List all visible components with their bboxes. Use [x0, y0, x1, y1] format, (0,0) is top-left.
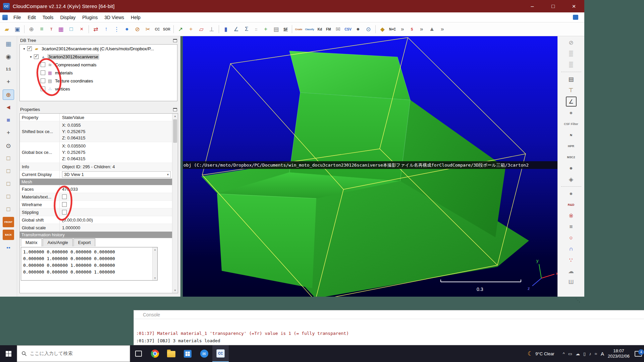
rain-cloud-icon[interactable]: ☁	[566, 266, 576, 276]
globe-icon[interactable]: ⊙	[364, 24, 373, 34]
expand-arrow-icon[interactable]: ▾	[21, 47, 27, 51]
view-right-icon[interactable]: □	[3, 191, 14, 202]
zoom-tool-icon[interactable]: ⊙	[3, 140, 14, 151]
scroll-up-icon[interactable]: ▲	[153, 247, 157, 252]
view-back-labeled-icon[interactable]: BACK	[3, 230, 14, 240]
display-combobox[interactable]: 3D View 1▾	[62, 171, 171, 178]
add-element-icon[interactable]: +	[261, 24, 271, 34]
global-shift-icon[interactable]: ⊕	[26, 24, 36, 34]
visibility-checkbox[interactable]	[41, 86, 45, 91]
clipping-box-icon[interactable]: ▱	[197, 24, 206, 34]
view-back-icon[interactable]: □	[3, 166, 14, 176]
previous-view-icon[interactable]: ◄	[3, 102, 14, 113]
zoom-fit-icon[interactable]: +	[3, 77, 14, 87]
sor-filter-icon[interactable]: SOR	[162, 24, 171, 34]
tree-row[interactable]: ≋Compressed normals	[20, 61, 177, 69]
pcv-icon[interactable]: ●	[353, 24, 363, 34]
m3c2-plugin-icon[interactable]: ▲	[427, 24, 437, 34]
ellipse-tool-icon[interactable]: ○	[566, 233, 576, 243]
menu-tools[interactable]: Tools	[39, 15, 57, 20]
canupo-classify-icon[interactable]: Classify	[304, 24, 315, 34]
mdi-restore-icon[interactable]	[573, 15, 578, 20]
histogram-icon[interactable]: ▮	[221, 24, 231, 34]
menu-3d-views[interactable]: 3D Views	[101, 15, 127, 20]
subsample-icon[interactable]: ::	[252, 24, 260, 34]
tree-label[interactable]: Texture coordinates	[54, 78, 94, 84]
visibility-checkbox[interactable]	[41, 78, 45, 83]
store-button[interactable]	[179, 345, 196, 362]
scrollbar-thumb[interactable]	[173, 119, 177, 143]
properties-scrollbar[interactable]: ▲ ▼	[172, 114, 178, 293]
tree-label[interactable]: vertices	[54, 86, 71, 92]
tree-row[interactable]: ▾▲3carton230126scaniverse	[20, 53, 177, 61]
undock-button[interactable]	[173, 39, 177, 42]
console-window[interactable]: Console :01:37] Material material_1 'tra…	[133, 310, 644, 345]
volume-icon[interactable]: ♪	[589, 351, 591, 356]
display-settings-icon[interactable]: ≡	[37, 24, 47, 34]
menu-display[interactable]: Display	[57, 15, 79, 20]
csf-filter-icon[interactable]: CSF Filter	[564, 119, 578, 129]
toolbar-overflow-icon[interactable]: »	[397, 24, 407, 34]
kd-tree-icon[interactable]: Kd	[316, 24, 324, 34]
visibility-checkbox[interactable]	[41, 70, 45, 75]
layers-icon[interactable]: ≡	[566, 222, 576, 232]
3d-viewport[interactable]: 0.3 x y z obj (C:/Users/moto/Dropbox/PC/…	[183, 36, 557, 297]
normals-conversion-icon[interactable]: N+C	[388, 24, 397, 34]
disabled-plugin-icon[interactable]: ⊘	[566, 38, 576, 47]
view-top-icon[interactable]: □	[3, 204, 14, 215]
chevron-up-icon[interactable]: ^	[563, 351, 565, 356]
scroll-up-icon[interactable]: ▲	[172, 114, 178, 119]
matrix-scrollbar[interactable]: ▲ ▼	[152, 247, 157, 280]
apply-transformation-icon[interactable]: T	[47, 24, 55, 34]
visibility-checkbox[interactable]	[34, 54, 39, 59]
visibility-checkbox[interactable]	[41, 62, 45, 67]
menu-plugins[interactable]: Plugins	[79, 15, 101, 20]
compass-icon[interactable]: ∠	[566, 97, 577, 107]
sra-sphere-icon[interactable]: ●	[566, 189, 576, 198]
poisson-recon-icon[interactable]: ◈	[566, 175, 576, 184]
tree-label[interactable]: materials	[54, 70, 74, 76]
facet-extraction-icon[interactable]: ※	[566, 211, 576, 221]
view-front-labeled-icon[interactable]: FRONT	[3, 217, 14, 227]
fast-marching-icon[interactable]: FM	[324, 24, 332, 34]
minimize-button[interactable]: –	[522, 0, 543, 12]
tree-row[interactable]: ▦materials	[20, 69, 177, 77]
save-icon[interactable]: ▣	[12, 24, 22, 34]
zoom-1-1-icon[interactable]: 1:1	[3, 64, 14, 74]
tree-label[interactable]: 3carton230126scaniverse.obj (C:/Users/mo…	[41, 46, 155, 52]
pan-icon[interactable]: +	[3, 128, 14, 138]
rnd-icon[interactable]: R&D	[568, 200, 575, 209]
explorer-button[interactable]	[163, 345, 179, 362]
tree-row[interactable]: ▤Texture coordinates	[20, 77, 177, 85]
expand-arrow-icon[interactable]: ▾	[28, 55, 34, 59]
menu-help[interactable]: Help	[127, 15, 144, 20]
tab-export[interactable]: Export	[73, 238, 96, 246]
canupo-plugin-icon[interactable]: ▒	[566, 60, 576, 69]
network-icon[interactable]: ≈	[595, 351, 597, 356]
delete-icon[interactable]: ×	[77, 24, 87, 34]
chrome-button[interactable]	[147, 345, 163, 362]
iso-view-icon[interactable]: ■	[3, 115, 14, 125]
open-icon[interactable]: ▰	[2, 24, 12, 34]
cloudcompare-button[interactable]	[212, 345, 229, 362]
tab-matrix[interactable]: Matrix	[21, 238, 42, 246]
sra-icon[interactable]: S	[408, 24, 416, 34]
mail-button[interactable]	[196, 345, 212, 362]
scroll-down-icon[interactable]: ▼	[172, 288, 178, 293]
tree-row[interactable]: ∴vertices	[20, 85, 177, 93]
clock[interactable]: 18:07 2023/02/06	[608, 348, 630, 359]
tools-icon[interactable]: ⊥	[207, 24, 217, 34]
monitor-icon[interactable]: ▭	[568, 351, 572, 356]
comb-icon[interactable]: Ш	[566, 278, 576, 287]
auto-pick-center-icon[interactable]: ⊕	[3, 89, 14, 100]
tree-row[interactable]: ▾▰3carton230126scaniverse.obj (C:/Users/…	[20, 45, 177, 53]
crop-icon[interactable]: ⊘	[132, 24, 142, 34]
maximize-button[interactable]: □	[543, 0, 564, 12]
ime-indicator[interactable]: A	[601, 351, 604, 357]
property-checkbox[interactable]	[62, 194, 67, 199]
connected-components-icon[interactable]: CC	[153, 24, 161, 34]
undock-button[interactable]	[173, 108, 177, 111]
facets-icon[interactable]: ◆	[378, 24, 387, 34]
scatter-icon[interactable]: ∵	[566, 255, 576, 265]
polyline-icon[interactable]: ∠	[231, 24, 241, 34]
